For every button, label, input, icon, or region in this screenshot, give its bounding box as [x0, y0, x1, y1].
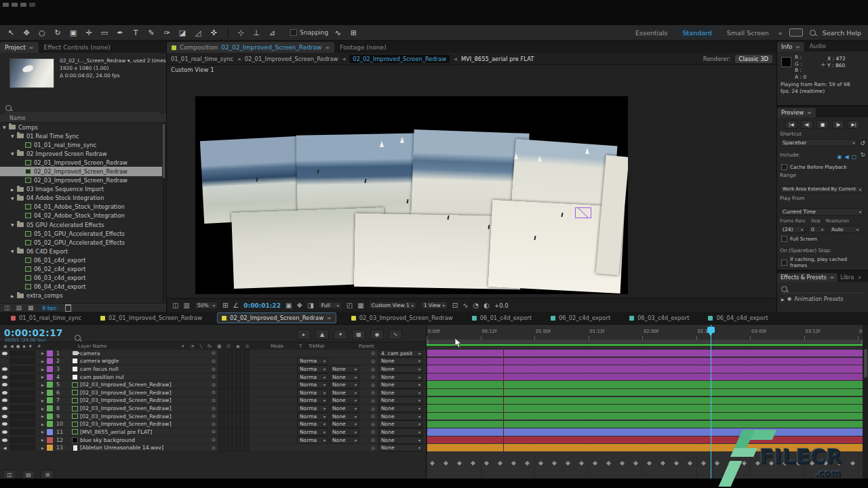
timeline-tab[interactable]: 02_01_Improved_Screen_Redraw — [96, 313, 206, 323]
layer-row[interactable]: ▶2camera wiggle⊙Norma▾◎None▾ — [0, 358, 426, 366]
eraser-tool[interactable]: ◪ — [176, 27, 189, 39]
switch-box[interactable] — [243, 366, 250, 373]
timeline-tab[interactable]: 06_01_c4d_export — [468, 313, 536, 323]
switch-box[interactable] — [243, 405, 250, 412]
tree-item[interactable]: 02_02_Improved_Screen_Redraw — [0, 167, 162, 176]
snapping-checkbox[interactable] — [290, 29, 297, 36]
quality-column-icon[interactable]: ╲ — [199, 344, 202, 349]
checkbox-box[interactable] — [781, 164, 787, 170]
keyframe-icon[interactable] — [660, 461, 665, 466]
keyframe-icon[interactable] — [430, 461, 435, 466]
layer-name[interactable]: camera wiggle — [80, 358, 209, 364]
include-audio-icon[interactable]: ◀ — [845, 154, 849, 160]
collapse-arrow-icon[interactable]: ▼ — [3, 125, 9, 129]
renderer-value-button[interactable]: Classic 3D — [735, 55, 772, 63]
audio-toggle[interactable] — [9, 366, 18, 372]
loop-icon[interactable]: ↻ — [861, 152, 865, 158]
workspace-overflow-button[interactable]: » — [778, 29, 783, 37]
reset-icon[interactable]: ↺ — [860, 140, 865, 146]
switch-box[interactable] — [243, 445, 250, 451]
audio-toggle[interactable] — [9, 374, 18, 380]
layer-color-label[interactable] — [47, 374, 53, 380]
tree-item[interactable]: ▶03 Image Sequence Import — [0, 185, 162, 194]
expand-arrow-icon[interactable]: ▶ — [11, 293, 17, 298]
layer-switches[interactable] — [218, 350, 270, 357]
tree-item[interactable]: 06_04_c4d_export — [0, 283, 162, 291]
layer-color-label[interactable] — [47, 382, 53, 388]
switch-box[interactable] — [235, 436, 241, 443]
layer-name[interactable]: [02_03_Improved_Screen_Redraw] — [80, 413, 209, 420]
type-tool[interactable]: T — [129, 27, 142, 39]
parent-pickwhip-icon[interactable]: ◎ — [368, 374, 378, 380]
parent-select[interactable]: 4. cam posit▾ — [378, 350, 423, 357]
switch-box[interactable] — [235, 350, 241, 357]
layer-row[interactable]: ▶4cam position nul⊙Norma▾None▾◎None▾ — [0, 373, 426, 382]
lock-toggle[interactable] — [27, 350, 36, 357]
expand-layer-arrow[interactable]: ▶ — [39, 367, 47, 371]
switch-box[interactable] — [235, 358, 241, 365]
shy-column-icon[interactable]: ✦ — [181, 344, 184, 349]
mode-select[interactable]: Norma▾ — [297, 373, 328, 381]
switch-box[interactable] — [243, 397, 250, 404]
skip-select[interactable]: 0 ▾ — [808, 226, 826, 233]
quality-toggle[interactable]: ⊙ — [209, 429, 218, 434]
keyframe-icon[interactable] — [457, 461, 462, 466]
trash-icon[interactable] — [65, 304, 71, 312]
project-scrollbar[interactable] — [162, 123, 165, 302]
keyframe-icon[interactable] — [620, 461, 625, 466]
layer-color-label[interactable] — [47, 445, 53, 451]
tab-libraries[interactable]: Libra — [837, 273, 856, 282]
parent-pickwhip-icon[interactable]: ◎ — [368, 382, 378, 388]
tab-preview[interactable]: Preview ≡ — [777, 108, 816, 117]
tree-item[interactable]: 04_01_Adobe_Stock_Integration — [0, 203, 162, 211]
audio-toggle[interactable] — [9, 397, 18, 403]
parent-select[interactable]: None▾ — [378, 444, 423, 451]
pan-behind-tool[interactable]: ✛ — [82, 27, 96, 39]
checkbox-box[interactable] — [781, 236, 787, 242]
breadcrumb-item[interactable]: 01_01_real_time_sync — [171, 56, 233, 62]
tab-audio[interactable]: Audio — [804, 41, 831, 52]
tab-effect-controls[interactable]: Effect Controls (none) — [39, 42, 116, 53]
expand-layer-arrow[interactable]: ▶ — [39, 414, 47, 418]
keyframe-icon[interactable] — [579, 461, 584, 466]
parent-pickwhip-icon[interactable]: ◎ — [368, 429, 378, 434]
keyframe-icon[interactable] — [552, 461, 557, 466]
solo-toggle[interactable] — [18, 445, 27, 451]
expand-layer-arrow[interactable]: ▶ — [39, 422, 47, 426]
parent-select[interactable]: None▾ — [378, 396, 423, 404]
frame-blending-button[interactable]: ▦ — [352, 329, 366, 340]
motion-blur-button[interactable]: ◉ — [370, 329, 384, 340]
expand-layer-arrow[interactable]: ▶ — [39, 430, 47, 434]
trkmat-select[interactable]: None▾ — [330, 428, 359, 436]
quality-toggle[interactable]: ⊙ — [209, 382, 218, 388]
region-of-interest-icon[interactable]: ◰ — [347, 302, 353, 309]
fx-column-icon[interactable]: fx — [208, 344, 212, 349]
layer-color-label[interactable] — [47, 358, 53, 364]
quality-toggle[interactable]: ⊙ — [209, 390, 218, 395]
video-eye-toggle[interactable] — [0, 375, 9, 379]
brush-tool[interactable]: ✎ — [144, 27, 158, 39]
audio-toggle[interactable] — [9, 350, 18, 357]
switch-box[interactable] — [226, 358, 233, 365]
tree-item[interactable]: ▼02 Improved Screen Redraw — [0, 149, 162, 158]
adjustment-column-icon[interactable]: ◉ — [236, 344, 240, 349]
audio-toggle[interactable] — [9, 358, 18, 364]
quality-toggle[interactable]: ⊙ — [209, 406, 218, 411]
audio-toggle[interactable] — [9, 445, 18, 451]
graph-editor-button[interactable]: ∿ — [389, 329, 402, 340]
solo-toggle[interactable] — [18, 437, 27, 443]
current-time-display[interactable]: 0:00:01:22 — [243, 302, 281, 309]
parent-select[interactable]: None▾ — [378, 405, 423, 412]
trkmat-select[interactable]: None▾ — [330, 436, 359, 444]
parent-select[interactable]: None▾ — [378, 365, 423, 373]
switch-box[interactable] — [218, 428, 225, 435]
layer-duration-bar[interactable] — [427, 373, 863, 380]
quality-toggle[interactable]: ⊙ — [209, 367, 218, 372]
switch-box[interactable] — [226, 350, 233, 357]
lock-toggle[interactable] — [27, 421, 36, 427]
panel-menu-icon[interactable]: ≡ — [830, 274, 835, 281]
layer-row[interactable]: ▶1camera⊙◎4. cam posit▾ — [0, 350, 426, 358]
switch-box[interactable] — [218, 405, 225, 412]
switch-box[interactable] — [235, 413, 241, 420]
switch-box[interactable] — [218, 413, 225, 420]
